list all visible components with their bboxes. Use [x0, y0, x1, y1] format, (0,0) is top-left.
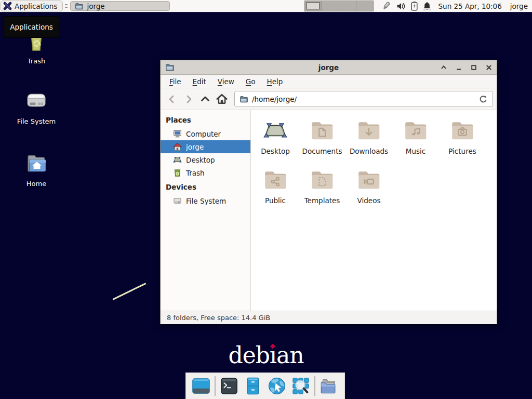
location-bar[interactable]: /home/jorge/ — [234, 91, 493, 107]
folder-icon — [75, 2, 83, 10]
dock-separator — [314, 376, 315, 396]
location-path-text[interactable]: /home/jorge/ — [252, 95, 297, 103]
menubar: File Edit View Go Help — [161, 75, 497, 88]
battery-charging-icon[interactable] — [410, 1, 418, 11]
tooltip-text: Applications — [10, 23, 52, 31]
desktop-icon-label: File System — [17, 117, 56, 125]
system-tray — [380, 0, 432, 12]
trash-icon — [173, 168, 182, 177]
file-label: Pictures — [448, 147, 476, 155]
folder-pictures-icon — [449, 118, 475, 144]
minimize-button[interactable] — [455, 64, 462, 71]
desktop-icon-file-system[interactable]: File System — [5, 89, 68, 125]
sidebar-item-label: File System — [186, 197, 226, 205]
debian-wallpaper-logo: debıan — [0, 342, 532, 368]
reload-button[interactable] — [479, 95, 488, 103]
menu-edit[interactable]: Edit — [187, 76, 212, 87]
shade-button[interactable] — [440, 64, 447, 71]
directory-menu-launcher[interactable] — [318, 376, 339, 396]
taskbar-window-button[interactable]: jorge — [70, 1, 170, 11]
desktop-root: { "panel": { "applications_label": "Appl… — [0, 0, 532, 399]
desktop-icon-label: Home — [26, 180, 46, 188]
folder-documents-icon — [309, 118, 335, 144]
folder-templates-icon — [309, 167, 335, 193]
window-titlebar[interactable]: jorge — [161, 60, 497, 75]
notifications-bell-icon[interactable] — [422, 1, 432, 11]
desktop-special-icon — [262, 118, 288, 144]
desktop-icon-label: Trash — [28, 57, 45, 65]
window-body: Places Computer jorge Desktop Trash Devi… — [161, 110, 497, 311]
forward-button[interactable] — [181, 91, 196, 107]
web-browser-launcher[interactable] — [267, 376, 287, 396]
toolbar: /home/jorge/ — [161, 88, 497, 110]
bottom-dock-panel — [185, 373, 345, 399]
file-label: Desktop — [261, 147, 290, 155]
terminal-launcher[interactable] — [219, 376, 240, 396]
sidebar-devices-header: Devices — [161, 179, 250, 194]
file-label: Music — [406, 147, 425, 155]
top-panel: Applications jorge Sun 25 Apr, 10:06 jor… — [0, 0, 532, 13]
file-folder-downloads[interactable]: Downloads — [345, 118, 392, 167]
file-folder-desktop[interactable]: Desktop — [252, 118, 299, 167]
statusbar-text: 8 folders, Free space: 14.4 GiB — [167, 314, 270, 322]
application-finder-launcher[interactable] — [290, 376, 311, 396]
sidebar-item-desktop[interactable]: Desktop — [161, 153, 250, 166]
files-view[interactable]: Desktop Documents Downloads Music — [251, 110, 497, 311]
workspace-3[interactable] — [339, 1, 356, 11]
sidebar-places-header: Places — [161, 112, 250, 127]
file-folder-templates[interactable]: Templates — [299, 167, 345, 217]
volume-icon[interactable] — [396, 2, 406, 11]
close-button[interactable] — [485, 64, 492, 71]
sidebar-item-jorge[interactable]: jorge — [161, 140, 250, 153]
statusbar: 8 folders, Free space: 14.4 GiB — [161, 311, 497, 324]
file-label: Documents — [302, 147, 342, 155]
tasklist-handle[interactable] — [64, 0, 69, 12]
panel-clock[interactable]: Sun 25 Apr, 10:06 — [438, 0, 502, 12]
menu-view[interactable]: View — [212, 76, 240, 87]
computer-icon — [173, 129, 182, 138]
hard-drive-icon — [24, 89, 49, 114]
applications-menu-button[interactable]: Applications — [1, 1, 63, 11]
workspace-1[interactable] — [305, 1, 322, 11]
menu-file[interactable]: File — [164, 76, 187, 87]
workspace-switcher[interactable] — [304, 1, 374, 11]
workspace-2[interactable] — [322, 1, 339, 11]
desktop-icon-home[interactable]: Home — [5, 151, 68, 188]
menu-go[interactable]: Go — [240, 76, 261, 87]
taskbar-window-label: jorge — [87, 2, 104, 10]
file-folder-music[interactable]: Music — [392, 118, 439, 167]
file-manager-launcher[interactable] — [243, 376, 263, 396]
home-folder-icon — [24, 151, 49, 176]
up-button[interactable] — [197, 91, 213, 107]
file-folder-documents[interactable]: Documents — [299, 118, 345, 167]
sidebar-item-label: Trash — [186, 169, 205, 177]
file-folder-pictures[interactable]: Pictures — [439, 118, 486, 167]
show-desktop-button[interactable] — [191, 376, 211, 396]
window-controls — [440, 64, 492, 71]
file-label: Templates — [304, 196, 340, 205]
menu-help[interactable]: Help — [261, 76, 289, 87]
back-button[interactable] — [164, 91, 180, 107]
sidebar: Places Computer jorge Desktop Trash Devi… — [161, 110, 251, 311]
workspace-window-miniature — [307, 2, 320, 9]
maximize-button[interactable] — [470, 64, 477, 71]
pencil-cursor-artifact — [112, 283, 146, 300]
panel-username[interactable]: jorge — [510, 0, 528, 12]
desktop-icon — [173, 155, 182, 164]
sidebar-item-label: Desktop — [186, 156, 215, 164]
folder-icon — [240, 95, 248, 103]
file-label: Public — [265, 196, 286, 205]
sidebar-item-trash[interactable]: Trash — [161, 166, 250, 179]
panel-spacer — [170, 0, 304, 12]
xfce-logo-icon — [3, 2, 12, 10]
stylus-input-icon[interactable] — [380, 1, 392, 11]
file-folder-videos[interactable]: Videos — [345, 167, 392, 217]
folder-downloads-icon — [356, 118, 382, 144]
sidebar-item-computer[interactable]: Computer — [161, 127, 250, 140]
sidebar-item-label: Computer — [186, 130, 221, 138]
home-button[interactable] — [214, 91, 230, 107]
file-folder-public[interactable]: Public — [252, 167, 299, 217]
sidebar-item-file-system[interactable]: File System — [161, 194, 250, 207]
workspace-4[interactable] — [356, 1, 373, 11]
applications-tooltip: Applications — [4, 16, 59, 38]
